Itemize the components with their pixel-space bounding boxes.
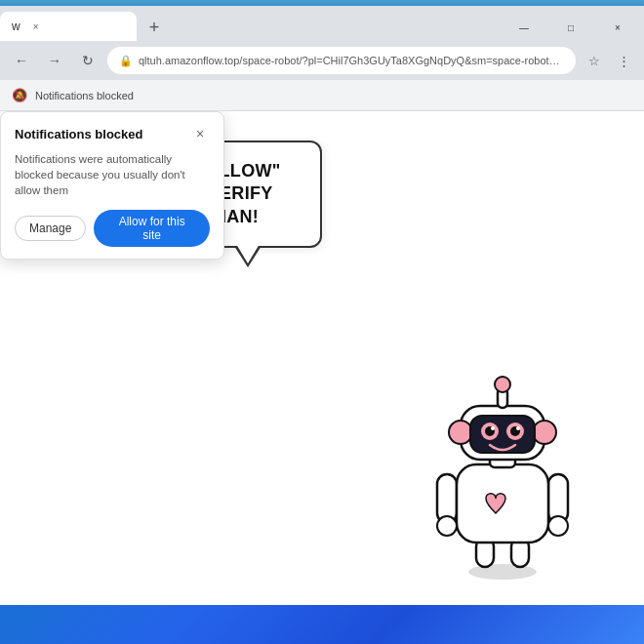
svg-point-18 bbox=[516, 426, 520, 430]
svg-point-0 bbox=[468, 564, 537, 580]
forward-button[interactable]: → bbox=[41, 47, 68, 74]
main-content: PRESS THE "ALLOW" BUTTON TO VERIFY YOU'R… bbox=[0, 111, 644, 605]
minimize-button[interactable]: — bbox=[502, 14, 546, 41]
robot-svg bbox=[420, 367, 585, 582]
notif-info-text: Notifications blocked bbox=[35, 90, 134, 101]
svg-point-19 bbox=[437, 516, 457, 536]
notif-info-bar: 🔕 Notifications blocked bbox=[0, 80, 644, 111]
reload-button[interactable]: ↻ bbox=[74, 47, 101, 74]
address-bar[interactable]: 🔒 qltuh.amazonflow.top/space-robot/?pl=C… bbox=[107, 47, 576, 74]
notif-popup-title: Notifications blocked bbox=[15, 127, 142, 141]
windows-taskbar-bottom bbox=[0, 605, 644, 644]
svg-point-17 bbox=[491, 426, 495, 430]
svg-point-11 bbox=[533, 421, 556, 444]
new-tab-button[interactable]: + bbox=[141, 14, 168, 41]
notif-popup-header: Notifications blocked × bbox=[15, 124, 210, 143]
svg-point-10 bbox=[449, 421, 472, 444]
address-bar-row: ← → ↻ 🔒 qltuh.amazonflow.top/space-robot… bbox=[0, 41, 644, 80]
svg-point-9 bbox=[495, 377, 510, 392]
manage-button[interactable]: Manage bbox=[15, 216, 86, 241]
svg-point-20 bbox=[548, 516, 568, 536]
lock-icon: 🔒 bbox=[119, 55, 133, 67]
bookmark-button[interactable]: ☆ bbox=[582, 48, 607, 73]
tab-close-button[interactable]: × bbox=[28, 19, 44, 34]
tab-title: w bbox=[12, 20, 20, 33]
notif-popup-actions: Manage Allow for this site bbox=[15, 210, 210, 247]
notif-popup-body: Notifications were automatically blocked… bbox=[15, 151, 210, 198]
svg-rect-12 bbox=[470, 416, 535, 453]
robot-illustration bbox=[420, 367, 585, 585]
notif-popup-close-button[interactable]: × bbox=[190, 124, 210, 143]
maximize-button[interactable]: □ bbox=[548, 14, 593, 41]
tab-bar: w × + — □ × bbox=[0, 6, 644, 41]
window-close-button[interactable]: × bbox=[595, 14, 640, 41]
window-controls: — □ × bbox=[502, 14, 644, 41]
back-button[interactable]: ← bbox=[8, 47, 35, 74]
browser-chrome: w × + — □ × ← → ↻ 🔒 qltuh.amazonflow.top… bbox=[0, 6, 644, 111]
browser-menu-button[interactable]: ⋮ bbox=[611, 48, 636, 73]
url-text: qltuh.amazonflow.top/space-robot/?pl=CHi… bbox=[139, 55, 564, 66]
notif-blocked-icon: 🔕 bbox=[12, 88, 27, 102]
active-tab[interactable]: w × bbox=[0, 12, 137, 41]
address-bar-actions: ☆ ⋮ bbox=[582, 48, 636, 73]
allow-for-site-button[interactable]: Allow for this site bbox=[94, 210, 210, 247]
notification-popup: Notifications blocked × Notifications we… bbox=[0, 111, 224, 260]
